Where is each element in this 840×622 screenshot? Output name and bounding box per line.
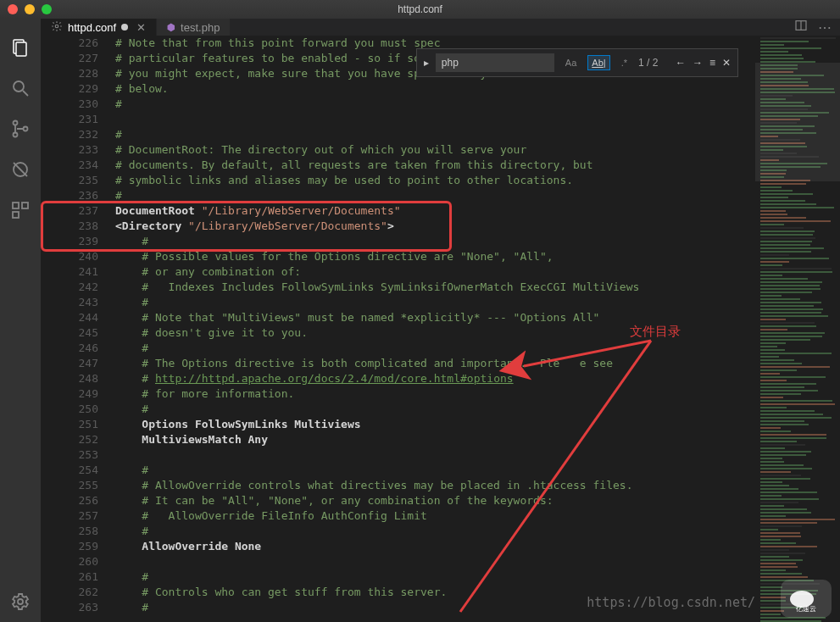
line-number: 234 (41, 158, 98, 173)
line-number: 241 (41, 264, 98, 280)
code-line[interactable]: # or any combination of: (115, 264, 755, 280)
logo-badge: 亿速云 (781, 580, 832, 618)
find-prev-icon[interactable]: ← (676, 57, 686, 69)
watermark: https://blog.csdn.net/ (587, 595, 755, 610)
code-line[interactable]: # AllowOverride controls what directives… (115, 478, 755, 493)
code-line[interactable]: # http://httpd.apache.org/docs/2.4/mod/c… (115, 371, 755, 386)
code-line[interactable] (115, 554, 755, 569)
line-number: 229 (41, 81, 98, 97)
line-number: 261 (41, 569, 98, 585)
find-next-icon[interactable]: → (693, 57, 703, 69)
line-number: 231 (41, 112, 98, 127)
line-number: 259 (41, 539, 98, 554)
code-line[interactable] (115, 112, 755, 127)
close-tab-icon[interactable]: ✕ (136, 21, 146, 34)
code-line[interactable]: # (115, 524, 755, 539)
code-line[interactable]: # Indexes Includes FollowSymLinks SymLin… (115, 280, 755, 295)
line-number: 263 (41, 600, 98, 615)
code-line[interactable]: # for more information. (115, 386, 755, 402)
code-line[interactable]: # DocumentRoot: The directory out of whi… (115, 142, 755, 158)
extensions-icon[interactable] (0, 190, 41, 230)
line-number: 244 (41, 310, 98, 325)
code-line[interactable]: <Directory "/Library/WebServer/Documents… (115, 219, 755, 234)
line-number: 260 (41, 554, 98, 569)
line-number: 250 (41, 402, 98, 417)
line-number: 232 (41, 127, 98, 142)
minimap[interactable] (755, 36, 840, 622)
close-find-icon[interactable]: ✕ (722, 57, 731, 69)
line-number: 237 (41, 203, 98, 219)
tab-httpd-conf[interactable]: httpd.conf ✕ (41, 19, 157, 36)
code-line[interactable]: # documents. By default, all requests ar… (115, 158, 755, 173)
close-window-button[interactable] (8, 4, 18, 14)
line-number: 249 (41, 386, 98, 402)
code-line[interactable]: # (115, 402, 755, 417)
annotation-label: 文件目录 (630, 324, 681, 340)
line-number: 227 (41, 51, 98, 66)
tab-test-php[interactable]: ⬢ test.php (157, 19, 231, 36)
line-number: 252 (41, 432, 98, 447)
svg-text:亿速云: 亿速云 (795, 605, 816, 613)
search-icon[interactable] (0, 68, 41, 108)
code-line[interactable]: # AllowOverride FileInfo AuthConfig Limi… (115, 508, 755, 524)
line-number: 240 (41, 249, 98, 264)
traffic-lights (0, 4, 52, 14)
editor-area: httpd.conf ✕ ⬢ test.php ⋯ ▸ Aa Ab| .* 1 … (41, 19, 840, 622)
code-line[interactable]: # It can be "All", "None", or any combin… (115, 493, 755, 508)
code-line[interactable]: AllowOverride None (115, 539, 755, 554)
code-line[interactable]: # below. (115, 81, 755, 97)
maximize-window-button[interactable] (42, 4, 52, 14)
editor-body[interactable]: 2262272282292302312322332342352362372382… (41, 36, 840, 622)
tabbar: httpd.conf ✕ ⬢ test.php ⋯ (41, 19, 840, 36)
svg-rect-1 (16, 42, 26, 56)
find-count: 1 / 2 (638, 57, 669, 69)
line-number: 230 (41, 97, 98, 112)
debug-icon[interactable] (0, 149, 41, 190)
line-number: 258 (41, 524, 98, 539)
find-input[interactable] (436, 53, 554, 72)
code-line[interactable]: # (115, 463, 755, 478)
line-number: 233 (41, 142, 98, 158)
line-number: 245 (41, 325, 98, 341)
source-control-icon[interactable] (0, 108, 41, 149)
split-editor-icon[interactable] (794, 19, 808, 36)
code-line[interactable]: # Possible values for the Options direct… (115, 249, 755, 264)
line-number: 235 (41, 173, 98, 188)
titlebar: httpd.conf (0, 0, 840, 19)
code-line[interactable]: # (115, 97, 755, 112)
minimize-window-button[interactable] (25, 4, 35, 14)
window-title: httpd.conf (0, 3, 840, 15)
code-line[interactable]: # (115, 341, 755, 356)
line-number: 238 (41, 219, 98, 234)
code-line[interactable]: # (115, 234, 755, 249)
toggle-replace-icon[interactable]: ▸ (424, 57, 429, 69)
code-line[interactable]: # (115, 295, 755, 310)
regex-option[interactable]: .* (617, 55, 631, 70)
svg-point-12 (18, 599, 23, 604)
minimap-viewport[interactable] (755, 63, 840, 181)
modified-indicator-icon (121, 24, 128, 31)
code-line[interactable]: # The Options directive is both complica… (115, 356, 755, 371)
line-number: 242 (41, 280, 98, 295)
more-actions-icon[interactable]: ⋯ (818, 19, 832, 36)
code-line[interactable] (115, 447, 755, 463)
code-line[interactable]: # symbolic links and aliases may be used… (115, 173, 755, 188)
line-number: 253 (41, 447, 98, 463)
line-number-gutter: 2262272282292302312322332342352362372382… (41, 36, 115, 622)
match-case-option[interactable]: Aa (561, 55, 581, 70)
match-word-option[interactable]: Ab| (587, 55, 609, 70)
line-number: 246 (41, 341, 98, 356)
settings-icon[interactable] (0, 581, 41, 622)
explorer-icon[interactable] (0, 27, 41, 68)
line-number: 239 (41, 234, 98, 249)
code-line[interactable]: MultiviewsMatch Any (115, 432, 755, 447)
code-line[interactable]: # (115, 188, 755, 203)
svg-rect-9 (13, 203, 19, 208)
code-line[interactable]: Options FollowSymLinks Multiviews (115, 417, 755, 432)
line-number: 243 (41, 295, 98, 310)
find-selection-icon[interactable]: ≡ (709, 57, 715, 69)
code-line[interactable]: DocumentRoot "/Library/WebServer/Documen… (115, 203, 755, 219)
code-line[interactable]: # (115, 569, 755, 585)
code-line[interactable]: # (115, 127, 755, 142)
line-number: 251 (41, 417, 98, 432)
